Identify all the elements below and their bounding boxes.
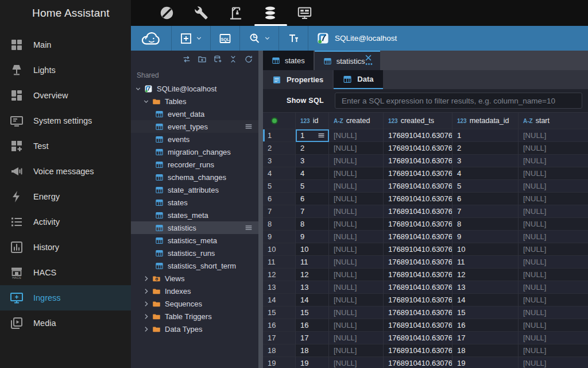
- tree-item-statistics-short-term[interactable]: statistics_short_term: [131, 259, 258, 272]
- sql-editor-button[interactable]: SQL: [211, 26, 239, 51]
- database-icon[interactable]: [262, 5, 278, 21]
- tree-item-event-types[interactable]: event_types: [131, 120, 258, 133]
- tree-item-statistics[interactable]: statistics: [131, 221, 258, 234]
- data-cell[interactable]: 7: [296, 205, 329, 218]
- item-menu-icon[interactable]: [244, 223, 253, 232]
- tree-item-migration-changes[interactable]: migration_changes: [131, 145, 258, 158]
- data-cell[interactable]: 12: [296, 269, 329, 281]
- chevron-down-icon[interactable]: [142, 98, 150, 105]
- data-cell[interactable]: 1768910410.6307626: [384, 155, 452, 167]
- data-cell[interactable]: 13: [452, 281, 519, 294]
- column-header-created[interactable]: A-Zcreated: [329, 113, 384, 129]
- data-cell[interactable]: [NULL]: [329, 319, 384, 332]
- chevron-right-icon[interactable]: [142, 275, 150, 282]
- tree-item-views[interactable]: Views: [131, 272, 258, 285]
- data-cell[interactable]: [NULL]: [329, 357, 384, 368]
- data-cell[interactable]: 1768910410.6307626: [384, 218, 452, 231]
- data-cell[interactable]: 9: [452, 231, 519, 243]
- wrench-icon[interactable]: [194, 5, 209, 21]
- data-cell[interactable]: [NULL]: [519, 231, 588, 243]
- text-size-button[interactable]: [279, 26, 308, 51]
- data-cell[interactable]: [NULL]: [519, 344, 588, 357]
- data-cell[interactable]: [NULL]: [519, 193, 588, 205]
- data-cell[interactable]: 5: [452, 180, 519, 193]
- data-cell[interactable]: [NULL]: [329, 129, 384, 142]
- data-cell[interactable]: 1768910410.6307626: [384, 306, 452, 319]
- tree-item-schema-changes[interactable]: schema_changes: [131, 171, 258, 183]
- column-header-id[interactable]: 123id: [296, 113, 329, 129]
- sidebar-item-voice-messages[interactable]: Voice messages: [0, 159, 131, 184]
- data-cell[interactable]: 7: [452, 205, 519, 218]
- data-cell[interactable]: 11: [296, 256, 329, 269]
- data-cell[interactable]: [NULL]: [519, 281, 588, 294]
- data-cell[interactable]: 1768910410.6307626: [384, 281, 452, 294]
- sidebar-item-media[interactable]: Media: [0, 310, 131, 336]
- data-cell[interactable]: 1768910410.6307626: [384, 319, 452, 332]
- data-cell[interactable]: 1768910410.6307626: [384, 193, 452, 205]
- data-cell[interactable]: [NULL]: [519, 205, 588, 218]
- data-cell[interactable]: 10: [296, 243, 329, 256]
- data-cell[interactable]: 1768910410.6307626: [384, 180, 452, 193]
- column-header-metadata_id[interactable]: 123metadata_id: [452, 113, 519, 129]
- data-cell[interactable]: 1768910410.6307626: [384, 167, 452, 180]
- chevron-right-icon[interactable]: [142, 300, 150, 308]
- data-cell[interactable]: [NULL]: [329, 180, 384, 193]
- sidebar-item-system-settings[interactable]: System settings: [0, 108, 131, 133]
- data-cell[interactable]: [NULL]: [519, 167, 588, 180]
- sidebar-item-activity[interactable]: Activity: [0, 209, 131, 235]
- data-cell[interactable]: 1768910410.6307626: [384, 243, 452, 256]
- data-cell[interactable]: 1768910410.6307626: [384, 231, 452, 243]
- data-cell[interactable]: 19: [296, 357, 329, 368]
- column-header-created_ts[interactable]: 123created_ts: [384, 113, 452, 129]
- crane-icon[interactable]: [228, 5, 243, 21]
- data-cell[interactable]: 1: [296, 129, 329, 142]
- data-cell[interactable]: 18: [296, 344, 329, 357]
- terminal-icon[interactable]: [297, 5, 312, 21]
- data-cell[interactable]: [NULL]: [329, 306, 384, 319]
- data-cell[interactable]: 12: [452, 269, 519, 281]
- sidebar-toggle-icon[interactable]: [10, 6, 24, 20]
- data-cell[interactable]: 13: [296, 281, 329, 294]
- data-cell[interactable]: 15: [452, 306, 519, 319]
- data-cell[interactable]: 1768910410.6307626: [384, 256, 452, 269]
- data-cell[interactable]: 6: [452, 193, 519, 205]
- subtab-data[interactable]: Data: [334, 70, 382, 89]
- data-cell[interactable]: 19: [452, 357, 519, 368]
- data-cell[interactable]: [NULL]: [519, 142, 588, 155]
- add-folder-icon[interactable]: [198, 55, 207, 64]
- sidebar-item-main[interactable]: Main: [0, 32, 131, 57]
- tree-item-recorder-runs[interactable]: recorder_runs: [131, 158, 258, 171]
- new-object-button[interactable]: [172, 26, 210, 51]
- data-cell[interactable]: [NULL]: [519, 306, 588, 319]
- sidebar-item-lights[interactable]: Lights: [0, 57, 131, 83]
- data-cell[interactable]: 1: [452, 129, 519, 142]
- data-cell[interactable]: 1768910410.6307626: [384, 332, 452, 344]
- tab-menu-icon[interactable]: [365, 60, 373, 68]
- tree-item-sqlite-localhost[interactable]: SQLite@localhost: [131, 82, 258, 95]
- sidebar-item-test[interactable]: Test: [0, 133, 131, 159]
- data-cell[interactable]: [NULL]: [329, 193, 384, 205]
- data-cell[interactable]: 15: [296, 306, 329, 319]
- data-cell[interactable]: 18: [452, 344, 519, 357]
- data-cell[interactable]: [NULL]: [519, 269, 588, 281]
- data-cell[interactable]: [NULL]: [329, 167, 384, 180]
- tree-item-states[interactable]: states: [131, 196, 258, 209]
- data-cell[interactable]: [NULL]: [519, 155, 588, 167]
- collapse-all-icon[interactable]: [229, 55, 238, 64]
- data-cell[interactable]: [NULL]: [329, 218, 384, 231]
- data-cell[interactable]: [NULL]: [519, 218, 588, 231]
- cloudbeaver-logo[interactable]: [131, 26, 171, 51]
- item-menu-icon[interactable]: [244, 122, 253, 131]
- data-cell[interactable]: [NULL]: [329, 205, 384, 218]
- chevron-down-icon[interactable]: [134, 85, 142, 93]
- data-cell[interactable]: 3: [452, 155, 519, 167]
- chevron-right-icon[interactable]: [142, 288, 150, 295]
- tree-item-data-types[interactable]: Data Types: [131, 323, 258, 335]
- data-cell[interactable]: [NULL]: [519, 319, 588, 332]
- data-cell[interactable]: 2: [296, 142, 329, 155]
- add-connection-icon[interactable]: [213, 55, 222, 64]
- tree-item-statistics-meta[interactable]: statistics_meta: [131, 234, 258, 247]
- data-cell[interactable]: 1768910410.6307626: [384, 357, 452, 368]
- sidebar-item-history[interactable]: History: [0, 235, 131, 260]
- tab-statistics[interactable]: statistics: [315, 51, 380, 70]
